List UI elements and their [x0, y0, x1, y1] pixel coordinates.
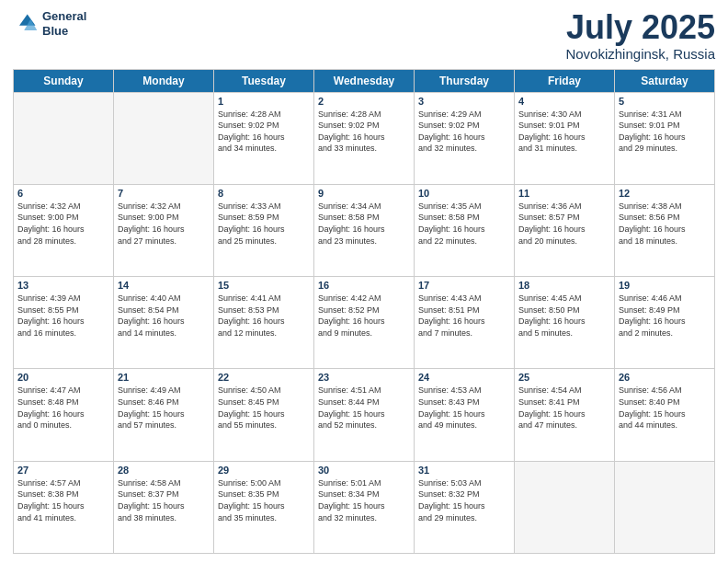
day-cell: 11Sunrise: 4:36 AM Sunset: 8:57 PM Dayli…: [515, 184, 615, 276]
day-cell: 29Sunrise: 5:00 AM Sunset: 8:35 PM Dayli…: [214, 461, 314, 553]
day-cell: 5Sunrise: 4:31 AM Sunset: 9:01 PM Daylig…: [615, 92, 715, 184]
day-number: 8: [218, 188, 310, 199]
day-number: 29: [218, 465, 310, 476]
day-info: Sunrise: 5:00 AM Sunset: 8:35 PM Dayligh…: [218, 477, 310, 523]
day-number: 1: [218, 96, 310, 107]
title-block: July 2025 Novokizhinginsk, Russia: [565, 9, 715, 62]
day-info: Sunrise: 4:49 AM Sunset: 8:46 PM Dayligh…: [118, 385, 210, 431]
day-number: 12: [619, 188, 711, 199]
header-day-monday: Monday: [114, 69, 214, 92]
day-info: Sunrise: 4:56 AM Sunset: 8:40 PM Dayligh…: [619, 385, 711, 431]
day-cell: 16Sunrise: 4:42 AM Sunset: 8:52 PM Dayli…: [314, 277, 415, 369]
day-cell: 2Sunrise: 4:28 AM Sunset: 9:02 PM Daylig…: [314, 92, 415, 184]
day-number: 20: [17, 372, 109, 383]
header-day-friday: Friday: [515, 69, 615, 92]
day-info: Sunrise: 5:01 AM Sunset: 8:34 PM Dayligh…: [318, 477, 410, 523]
day-info: Sunrise: 4:29 AM Sunset: 9:02 PM Dayligh…: [418, 109, 510, 155]
day-number: 22: [218, 372, 310, 383]
day-cell: 31Sunrise: 5:03 AM Sunset: 8:32 PM Dayli…: [415, 461, 515, 553]
day-info: Sunrise: 4:34 AM Sunset: 8:58 PM Dayligh…: [318, 201, 410, 247]
day-info: Sunrise: 4:45 AM Sunset: 8:50 PM Dayligh…: [518, 293, 610, 339]
day-cell: 12Sunrise: 4:38 AM Sunset: 8:56 PM Dayli…: [615, 184, 715, 276]
day-cell: [515, 461, 615, 553]
day-info: Sunrise: 4:43 AM Sunset: 8:51 PM Dayligh…: [418, 293, 510, 339]
day-cell: 1Sunrise: 4:28 AM Sunset: 9:02 PM Daylig…: [214, 92, 314, 184]
day-cell: [114, 92, 214, 184]
day-info: Sunrise: 4:42 AM Sunset: 8:52 PM Dayligh…: [318, 293, 410, 339]
day-number: 14: [118, 280, 210, 291]
day-info: Sunrise: 4:47 AM Sunset: 8:48 PM Dayligh…: [17, 385, 109, 431]
day-info: Sunrise: 4:57 AM Sunset: 8:38 PM Dayligh…: [17, 477, 109, 523]
day-info: Sunrise: 4:36 AM Sunset: 8:57 PM Dayligh…: [518, 201, 610, 247]
day-info: Sunrise: 4:35 AM Sunset: 8:58 PM Dayligh…: [418, 201, 510, 247]
day-number: 13: [17, 280, 109, 291]
day-cell: 21Sunrise: 4:49 AM Sunset: 8:46 PM Dayli…: [114, 369, 214, 461]
week-row-5: 27Sunrise: 4:57 AM Sunset: 8:38 PM Dayli…: [14, 461, 715, 553]
day-cell: [14, 92, 114, 184]
page: General Blue July 2025 Novokizhinginsk, …: [0, 0, 728, 563]
day-cell: 17Sunrise: 4:43 AM Sunset: 8:51 PM Dayli…: [415, 277, 515, 369]
day-info: Sunrise: 4:40 AM Sunset: 8:54 PM Dayligh…: [118, 293, 210, 339]
day-cell: 23Sunrise: 4:51 AM Sunset: 8:44 PM Dayli…: [314, 369, 415, 461]
header: General Blue July 2025 Novokizhinginsk, …: [13, 9, 715, 62]
day-number: 3: [418, 96, 510, 107]
day-number: 6: [17, 188, 109, 199]
day-number: 4: [518, 96, 610, 107]
week-row-4: 20Sunrise: 4:47 AM Sunset: 8:48 PM Dayli…: [14, 369, 715, 461]
day-number: 10: [418, 188, 510, 199]
day-number: 5: [619, 96, 711, 107]
day-info: Sunrise: 4:58 AM Sunset: 8:37 PM Dayligh…: [118, 477, 210, 523]
day-info: Sunrise: 4:31 AM Sunset: 9:01 PM Dayligh…: [619, 109, 711, 155]
day-number: 24: [418, 372, 510, 383]
day-info: Sunrise: 4:46 AM Sunset: 8:49 PM Dayligh…: [619, 293, 711, 339]
day-number: 7: [118, 188, 210, 199]
logo-text: General Blue: [42, 9, 86, 38]
day-number: 19: [619, 280, 711, 291]
day-info: Sunrise: 4:51 AM Sunset: 8:44 PM Dayligh…: [318, 385, 410, 431]
header-day-tuesday: Tuesday: [214, 69, 314, 92]
day-cell: 26Sunrise: 4:56 AM Sunset: 8:40 PM Dayli…: [615, 369, 715, 461]
day-info: Sunrise: 4:38 AM Sunset: 8:56 PM Dayligh…: [619, 201, 711, 247]
day-cell: 13Sunrise: 4:39 AM Sunset: 8:55 PM Dayli…: [14, 277, 114, 369]
week-row-2: 6Sunrise: 4:32 AM Sunset: 9:00 PM Daylig…: [14, 184, 715, 276]
day-cell: 4Sunrise: 4:30 AM Sunset: 9:01 PM Daylig…: [515, 92, 615, 184]
day-number: 23: [318, 372, 410, 383]
day-number: 9: [318, 188, 410, 199]
day-cell: 19Sunrise: 4:46 AM Sunset: 8:49 PM Dayli…: [615, 277, 715, 369]
day-cell: 7Sunrise: 4:32 AM Sunset: 9:00 PM Daylig…: [114, 184, 214, 276]
day-info: Sunrise: 4:33 AM Sunset: 8:59 PM Dayligh…: [218, 201, 310, 247]
day-cell: 30Sunrise: 5:01 AM Sunset: 8:34 PM Dayli…: [314, 461, 415, 553]
day-cell: 6Sunrise: 4:32 AM Sunset: 9:00 PM Daylig…: [14, 184, 114, 276]
month-title: July 2025: [565, 9, 715, 46]
day-info: Sunrise: 4:32 AM Sunset: 9:00 PM Dayligh…: [118, 201, 210, 247]
day-info: Sunrise: 4:32 AM Sunset: 9:00 PM Dayligh…: [17, 201, 109, 247]
day-cell: [615, 461, 715, 553]
day-number: 25: [518, 372, 610, 383]
day-cell: 22Sunrise: 4:50 AM Sunset: 8:45 PM Dayli…: [214, 369, 314, 461]
day-cell: 10Sunrise: 4:35 AM Sunset: 8:58 PM Dayli…: [415, 184, 515, 276]
day-number: 21: [118, 372, 210, 383]
day-info: Sunrise: 4:28 AM Sunset: 9:02 PM Dayligh…: [318, 109, 410, 155]
day-number: 27: [17, 465, 109, 476]
day-cell: 24Sunrise: 4:53 AM Sunset: 8:43 PM Dayli…: [415, 369, 515, 461]
header-row: SundayMondayTuesdayWednesdayThursdayFrid…: [14, 69, 715, 92]
day-number: 28: [118, 465, 210, 476]
day-number: 17: [418, 280, 510, 291]
day-number: 18: [518, 280, 610, 291]
day-cell: 8Sunrise: 4:33 AM Sunset: 8:59 PM Daylig…: [214, 184, 314, 276]
day-info: Sunrise: 5:03 AM Sunset: 8:32 PM Dayligh…: [418, 477, 510, 523]
day-number: 26: [619, 372, 711, 383]
header-day-saturday: Saturday: [615, 69, 715, 92]
day-cell: 14Sunrise: 4:40 AM Sunset: 8:54 PM Dayli…: [114, 277, 214, 369]
logo: General Blue: [13, 9, 86, 38]
day-cell: 3Sunrise: 4:29 AM Sunset: 9:02 PM Daylig…: [415, 92, 515, 184]
day-number: 15: [218, 280, 310, 291]
location: Novokizhinginsk, Russia: [565, 46, 715, 62]
day-cell: 27Sunrise: 4:57 AM Sunset: 8:38 PM Dayli…: [14, 461, 114, 553]
day-number: 30: [318, 465, 410, 476]
day-cell: 15Sunrise: 4:41 AM Sunset: 8:53 PM Dayli…: [214, 277, 314, 369]
day-cell: 20Sunrise: 4:47 AM Sunset: 8:48 PM Dayli…: [14, 369, 114, 461]
day-number: 31: [418, 465, 510, 476]
day-info: Sunrise: 4:53 AM Sunset: 8:43 PM Dayligh…: [418, 385, 510, 431]
day-number: 16: [318, 280, 410, 291]
